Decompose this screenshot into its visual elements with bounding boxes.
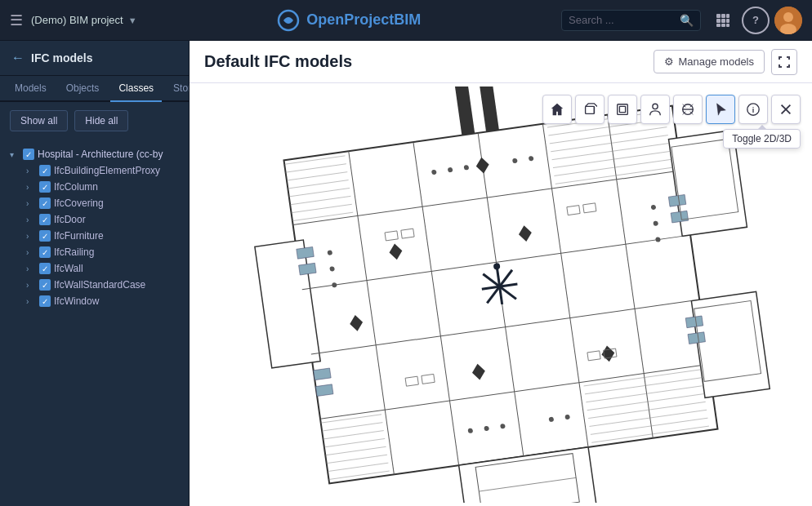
hamburger-menu[interactable]: ☰ bbox=[10, 11, 23, 29]
sidebar-header: ← IFC models bbox=[0, 41, 189, 76]
box-btn[interactable] bbox=[575, 95, 605, 124]
sidebar-tree: ▾ Hospital - Architecture (cc-by › IfcBu… bbox=[0, 140, 189, 506]
svg-rect-13 bbox=[586, 106, 595, 113]
grid-icon bbox=[716, 13, 730, 28]
tree-root-toggle[interactable]: ▾ Hospital - Architecture (cc-by bbox=[7, 146, 182, 162]
fullscreen-icon bbox=[778, 55, 791, 69]
project-caret-icon: ▼ bbox=[128, 16, 137, 25]
help-button[interactable]: ? bbox=[742, 7, 770, 34]
topnav-icons: ? bbox=[709, 7, 802, 34]
fit-icon bbox=[615, 102, 630, 117]
grid-apps-button[interactable] bbox=[709, 7, 737, 34]
svg-rect-5 bbox=[721, 19, 725, 23]
bim-viewer[interactable]: i Toggle 2D/3D bbox=[190, 83, 812, 506]
search-icon: 🔍 bbox=[680, 14, 694, 27]
hide-all-button[interactable]: Hide all bbox=[74, 110, 128, 131]
tab-storeys[interactable]: Storeys bbox=[165, 76, 190, 102]
tree-item-checkbox[interactable] bbox=[39, 230, 51, 242]
sidebar-actions: Show all Hide all bbox=[0, 102, 189, 140]
person-btn[interactable] bbox=[640, 95, 670, 124]
tree-item-label: IfcDoor bbox=[54, 214, 86, 225]
tree-item-checkbox[interactable] bbox=[39, 295, 51, 307]
list-item[interactable]: › IfcDoor bbox=[23, 211, 182, 228]
tree-item-caret-icon: › bbox=[26, 248, 36, 257]
svg-rect-1 bbox=[716, 14, 721, 18]
tree-item-checkbox[interactable] bbox=[39, 165, 51, 176]
list-item[interactable]: › IfcWall bbox=[23, 260, 182, 277]
tree-root: ▾ Hospital - Architecture (cc-by › IfcBu… bbox=[0, 143, 189, 313]
tree-item-checkbox[interactable] bbox=[39, 181, 51, 193]
svg-point-17 bbox=[653, 104, 658, 109]
content-area: Default IFC models ⚙ Manage models bbox=[190, 41, 812, 506]
tree-item-label: IfcWall bbox=[54, 263, 83, 274]
tree-item-checkbox[interactable] bbox=[39, 279, 51, 291]
box-icon bbox=[582, 102, 597, 117]
project-selector[interactable]: (Demo) BIM project ▼ bbox=[31, 14, 137, 26]
svg-rect-102 bbox=[314, 368, 331, 380]
tree-item-checkbox[interactable] bbox=[39, 246, 51, 258]
tree-item-checkbox[interactable] bbox=[39, 214, 51, 225]
header-right: ⚙ Manage models bbox=[654, 49, 798, 75]
list-item[interactable]: › IfcColumn bbox=[23, 179, 182, 195]
list-item[interactable]: › IfcCovering bbox=[23, 195, 182, 211]
svg-rect-101 bbox=[299, 263, 316, 275]
logo-icon bbox=[277, 9, 300, 32]
tree-item-label: IfcColumn bbox=[54, 181, 98, 193]
tree-item-caret-icon: › bbox=[26, 199, 36, 208]
list-item[interactable]: › IfcBuildingElementProxy bbox=[23, 162, 182, 179]
tree-item-label: IfcRailing bbox=[54, 246, 94, 258]
app-logo: OpenProjectBIM bbox=[145, 9, 553, 32]
tree-item-caret-icon: › bbox=[26, 183, 36, 192]
svg-rect-104 bbox=[668, 194, 685, 206]
svg-rect-6 bbox=[726, 19, 729, 23]
section-icon bbox=[680, 102, 695, 117]
tab-models[interactable]: Models bbox=[7, 76, 55, 102]
show-all-button[interactable]: Show all bbox=[10, 110, 68, 131]
tree-item-caret-icon: › bbox=[26, 232, 36, 241]
select-btn[interactable] bbox=[706, 95, 735, 124]
sidebar-back-button[interactable]: ← bbox=[11, 51, 25, 65]
list-item[interactable]: › IfcRailing bbox=[23, 244, 182, 260]
sidebar-tabs: Models Objects Classes Storeys bbox=[0, 76, 189, 102]
logo-text: OpenProjectBIM bbox=[306, 11, 421, 29]
sidebar: ← IFC models Models Objects Classes Stor… bbox=[0, 41, 190, 506]
tab-objects[interactable]: Objects bbox=[58, 76, 108, 102]
list-item[interactable]: › IfcFurniture bbox=[23, 228, 182, 244]
tree-root-label: Hospital - Architecture (cc-by bbox=[38, 149, 163, 160]
tab-classes[interactable]: Classes bbox=[110, 76, 162, 102]
list-item[interactable]: › IfcWindow bbox=[23, 293, 182, 309]
tree-item-checkbox[interactable] bbox=[39, 198, 51, 209]
svg-text:i: i bbox=[752, 106, 755, 114]
svg-rect-106 bbox=[685, 316, 703, 328]
main-layout: ← IFC models Models Objects Classes Stor… bbox=[0, 41, 812, 506]
fit-btn[interactable] bbox=[608, 95, 637, 124]
svg-point-11 bbox=[783, 12, 793, 22]
svg-rect-4 bbox=[716, 19, 721, 23]
floorplan-svg bbox=[223, 87, 779, 503]
search-input[interactable] bbox=[569, 14, 675, 26]
search-box[interactable]: 🔍 bbox=[561, 10, 701, 31]
tree-item-label: IfcWallStandardCase bbox=[54, 279, 145, 291]
tree-item-caret-icon: › bbox=[26, 166, 36, 175]
tree-root-checkbox[interactable] bbox=[23, 149, 34, 160]
toggle-2d-3d-tooltip: Toggle 2D/3D bbox=[723, 129, 801, 149]
project-name: (Demo) BIM project bbox=[31, 14, 123, 26]
home-btn[interactable] bbox=[542, 95, 572, 124]
section-btn[interactable] bbox=[673, 95, 703, 124]
tree-item-checkbox[interactable] bbox=[39, 263, 51, 274]
user-avatar[interactable] bbox=[774, 7, 802, 34]
info-icon: i bbox=[746, 102, 761, 117]
tree-item-label: IfcFurniture bbox=[54, 230, 104, 242]
tree-item-label: IfcWindow bbox=[54, 295, 99, 307]
fullscreen-button[interactable] bbox=[771, 49, 797, 75]
list-item[interactable]: › IfcWallStandardCase bbox=[23, 277, 182, 293]
topnav: ☰ (Demo) BIM project ▼ OpenProjectBIM 🔍 bbox=[0, 0, 812, 41]
info-btn[interactable]: i bbox=[738, 95, 768, 124]
sidebar-title: IFC models bbox=[31, 51, 92, 64]
svg-rect-103 bbox=[315, 384, 332, 397]
svg-rect-8 bbox=[721, 24, 725, 27]
close-viewer-btn[interactable] bbox=[771, 95, 801, 124]
viewer-toolbar: i bbox=[542, 95, 801, 124]
manage-models-button[interactable]: ⚙ Manage models bbox=[654, 50, 765, 73]
tree-item-caret-icon: › bbox=[26, 297, 36, 306]
